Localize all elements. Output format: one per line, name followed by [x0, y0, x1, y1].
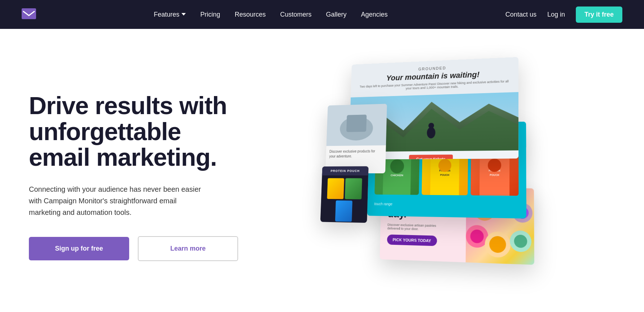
try-free-button[interactable]: Try it free: [576, 6, 622, 23]
signup-button[interactable]: Sign up for free: [29, 237, 129, 260]
protein-pack-blue: [335, 200, 352, 222]
protein-body: [320, 176, 368, 223]
svg-text:CHICKEN: CHICKEN: [390, 174, 403, 177]
resources-link[interactable]: Resources: [235, 11, 266, 18]
svg-rect-8: [346, 114, 366, 132]
hero-subtitle: Connecting with your audience has never …: [29, 183, 209, 218]
customers-link[interactable]: Customers: [280, 11, 311, 18]
navbar: Features Pricing Resources Customers Gal…: [0, 0, 644, 29]
hero-section: Drive results with unforgettable email m…: [0, 29, 644, 312]
email-card-protein: PROTEIN POUCH: [320, 166, 368, 223]
products-touch-range: touch range: [367, 198, 526, 211]
nav-item-pricing[interactable]: Pricing: [200, 11, 220, 18]
protein-header: PROTEIN POUCH: [322, 166, 368, 176]
protein-label: PROTEIN POUCH: [325, 169, 366, 173]
email-stack: GROUNDED Your mountain is waiting! Two d…: [311, 55, 566, 298]
features-label: Features: [154, 11, 179, 18]
protein-pack-yellow: [327, 178, 344, 199]
nav-item-agencies[interactable]: Agencies: [361, 11, 387, 18]
nav-item-customers[interactable]: Customers: [280, 11, 311, 18]
agencies-link[interactable]: Agencies: [361, 11, 387, 18]
features-chevron-icon: [181, 13, 186, 16]
svg-text:POUCH: POUCH: [440, 174, 449, 176]
floating-text: Discover exclusive products for your adv…: [329, 149, 382, 159]
gallery-link[interactable]: Gallery: [326, 11, 346, 18]
learn-more-button[interactable]: Learn more: [138, 236, 238, 261]
protein-pack-green: [345, 178, 362, 199]
floating-content: Discover exclusive products for your adv…: [325, 145, 386, 162]
contact-link[interactable]: Contact us: [505, 11, 536, 18]
hero-content: Drive results with unforgettable email m…: [29, 86, 238, 261]
email-card-floating: Discover exclusive products for your adv…: [325, 104, 387, 173]
svg-rect-0: [22, 8, 36, 19]
nav-item-features[interactable]: Features: [154, 11, 186, 18]
main-nav: Features Pricing Resources Customers Gal…: [154, 11, 387, 18]
logo[interactable]: [22, 8, 36, 21]
nav-item-resources[interactable]: Resources: [235, 11, 266, 18]
pricing-link[interactable]: Pricing: [200, 11, 220, 18]
navbar-right: Contact us Log in Try it free: [505, 6, 622, 23]
get-tickets-button[interactable]: Get your tickets: [409, 155, 452, 160]
login-link[interactable]: Log in: [547, 11, 565, 18]
hero-title: Drive results with unforgettable email m…: [29, 93, 238, 170]
hero-image: GROUNDED Your mountain is waiting! Two d…: [253, 51, 615, 296]
nav-item-gallery[interactable]: Gallery: [326, 11, 346, 18]
macarons-body-text: Discover exclusive artisan pastries deli…: [387, 223, 444, 231]
floating-image: [326, 104, 387, 146]
features-link[interactable]: Features: [154, 11, 186, 18]
card-mountain-header: GROUNDED Your mountain is waiting! Two d…: [351, 57, 518, 98]
svg-text:POUCH: POUCH: [490, 174, 499, 177]
pick-yours-button[interactable]: PICK YOURS TODAY: [387, 234, 437, 246]
hero-buttons: Sign up for free Learn more: [29, 236, 238, 261]
